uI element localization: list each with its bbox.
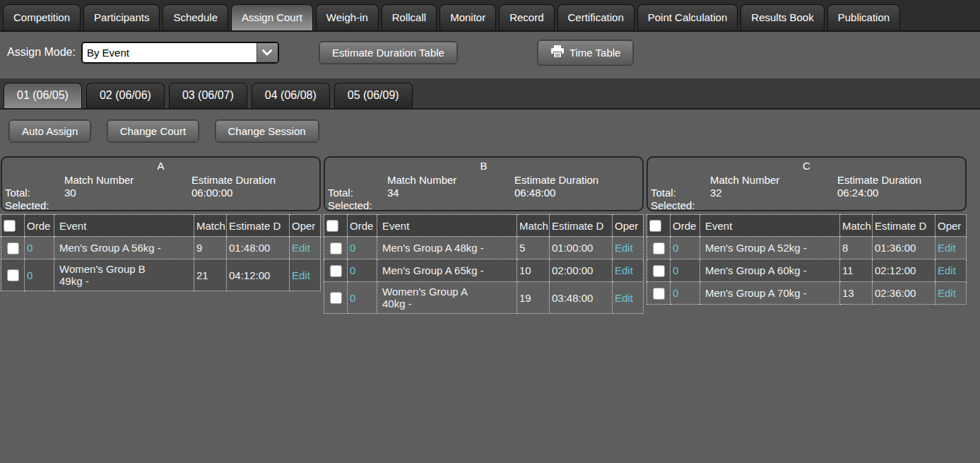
nav-tab-publication[interactable]: Publication — [827, 4, 900, 30]
match-number-label: Match Number — [710, 174, 779, 186]
row-checkbox[interactable] — [7, 269, 19, 281]
row-checkbox[interactable] — [653, 265, 665, 277]
estimate-duration: 02:12:00 — [873, 259, 935, 282]
date-tab-4[interactable]: 04 (06/08) — [252, 83, 330, 108]
nav-tab-point-calculation[interactable]: Point Calculation — [637, 4, 738, 30]
match-count: 8 — [840, 237, 873, 259]
edit-link[interactable]: Edit — [938, 287, 956, 299]
edit-link[interactable]: Edit — [292, 269, 310, 281]
nav-tab-results-book[interactable]: Results Book — [740, 4, 824, 30]
event-name: Men's Group A 70kg - — [700, 282, 840, 305]
event-name: Men's Group A 60kg - — [700, 259, 840, 282]
row-checkbox[interactable] — [653, 288, 665, 300]
court-name: C — [648, 160, 965, 172]
order-value: 0 — [671, 282, 700, 305]
row-checkbox[interactable] — [330, 265, 342, 277]
order-value: 0 — [671, 259, 700, 282]
estimate-duration: 04:12:00 — [227, 259, 290, 291]
column-header-order: Orde — [25, 215, 54, 237]
table-row: 0 Women's Group B 49kg - 21 04:12:00 Edi… — [1, 259, 321, 291]
event-name: Men's Group A 56kg - — [54, 237, 194, 259]
nav-tab-weigh-in[interactable]: Weigh-in — [316, 4, 379, 30]
court-b-table: Orde Event Match Estimate D Oper 0 Men's… — [324, 214, 644, 314]
court-name: A — [2, 160, 319, 172]
estimate-duration-label: Estimate Duration — [514, 174, 598, 186]
nav-tab-certification[interactable]: Certification — [557, 4, 634, 30]
estimate-duration-label: Estimate Duration — [837, 174, 921, 186]
change-court-button[interactable]: Change Court — [107, 119, 199, 143]
edit-link[interactable]: Edit — [292, 242, 310, 254]
order-value: 0 — [348, 259, 377, 282]
table-row: 0 Men's Group A 48kg - 5 01:00:00 Edit — [324, 237, 644, 259]
court-a-summary: A Total: Selected: Match Number 30 Estim… — [1, 156, 321, 211]
court-b-summary: B Total: Selected: Match Number 34 Estim… — [324, 156, 644, 211]
date-tab-3[interactable]: 03 (06/07) — [169, 83, 247, 108]
nav-tab-record[interactable]: Record — [499, 4, 554, 30]
column-header-event: Event — [54, 215, 194, 237]
estimate-duration: 02:00:00 — [550, 259, 613, 282]
order-value: 0 — [348, 237, 377, 259]
estimate-duration: 01:36:00 — [873, 237, 935, 259]
table-row: 0 Men's Group A 70kg - 13 02:36:00 Edit — [647, 282, 967, 305]
column-header-match: Match — [517, 215, 550, 237]
event-name: Women's Group B 49kg - — [54, 259, 194, 291]
nav-tab-competition[interactable]: Competition — [3, 4, 81, 30]
select-all-checkbox[interactable] — [326, 220, 338, 232]
row-checkbox[interactable] — [653, 242, 665, 254]
order-value: 0 — [671, 237, 700, 259]
date-tab-1[interactable]: 01 (06/05) — [4, 83, 82, 108]
nav-tab-assign-court[interactable]: Assign Court — [231, 4, 313, 30]
column-header-oper: Oper — [290, 215, 321, 237]
edit-link[interactable]: Edit — [938, 242, 956, 254]
nav-tab-schedule[interactable]: Schedule — [163, 4, 228, 30]
column-header-oper: Oper — [613, 215, 644, 237]
match-count: 11 — [840, 259, 873, 282]
edit-link[interactable]: Edit — [615, 242, 633, 254]
date-tab-5[interactable]: 05 (06/09) — [334, 83, 413, 108]
row-checkbox[interactable] — [7, 242, 19, 254]
table-row: 0 Men's Group A 60kg - 11 02:12:00 Edit — [647, 259, 967, 282]
nav-tab-monitor[interactable]: Monitor — [439, 4, 496, 30]
column-header-match: Match — [840, 215, 873, 237]
column-header-estimate: Estimate D — [550, 215, 613, 237]
printer-icon — [550, 45, 565, 60]
estimate-duration: 01:48:00 — [227, 237, 290, 259]
court-panel-a: A Total: Selected: Match Number 30 Estim… — [0, 156, 323, 314]
total-label: Total: — [328, 187, 353, 199]
court-actions: Auto Assign Change Court Change Session — [0, 110, 980, 143]
edit-link[interactable]: Edit — [615, 292, 633, 304]
court-a-table: Orde Event Match Estimate D Oper 0 Men's… — [1, 214, 321, 291]
row-checkbox[interactable] — [330, 242, 342, 254]
column-header-order: Orde — [348, 215, 377, 237]
court-panel-b: B Total: Selected: Match Number 34 Estim… — [323, 156, 646, 314]
nav-tab-participants[interactable]: Participants — [83, 4, 160, 30]
match-number-label: Match Number — [64, 174, 134, 186]
estimate-duration-total: 06:24:00 — [837, 187, 878, 199]
assign-mode-select[interactable]: By Event — [81, 42, 279, 64]
edit-link[interactable]: Edit — [938, 264, 956, 276]
estimate-duration-total: 06:00:00 — [191, 187, 232, 199]
auto-assign-button[interactable]: Auto Assign — [8, 119, 91, 143]
assign-mode-label: Assign Mode: — [7, 46, 76, 59]
courts-container: A Total: Selected: Match Number 30 Estim… — [0, 156, 980, 314]
event-name: Men's Group A 48kg - — [377, 237, 517, 259]
change-session-button[interactable]: Change Session — [215, 119, 319, 143]
toolbar: Assign Mode: By Event Estimate Duration … — [0, 32, 980, 73]
time-table-button[interactable]: Time Table — [537, 40, 634, 66]
select-all-checkbox[interactable] — [4, 220, 16, 232]
total-label: Total: — [5, 187, 30, 199]
row-checkbox[interactable] — [330, 292, 342, 304]
nav-tab-rollcall[interactable]: Rollcall — [382, 4, 437, 30]
table-row: 0 Men's Group A 56kg - 9 01:48:00 Edit — [1, 237, 321, 259]
chevron-down-icon[interactable] — [256, 43, 278, 62]
estimate-duration-table-button[interactable]: Estimate Duration Table — [319, 41, 458, 64]
date-tab-2[interactable]: 02 (06/06) — [86, 83, 165, 108]
select-all-checkbox[interactable] — [649, 220, 661, 232]
match-count: 21 — [194, 259, 227, 291]
table-row: 0 Men's Group A 52kg - 8 01:36:00 Edit — [647, 237, 967, 259]
edit-link[interactable]: Edit — [615, 264, 633, 276]
event-name: Men's Group A 52kg - — [700, 237, 840, 259]
court-c-summary: C Total: Selected: Match Number 32 Estim… — [647, 156, 967, 211]
table-row: 0 Women's Group A 40kg - 19 03:48:00 Edi… — [324, 282, 644, 314]
match-number-label: Match Number — [387, 174, 456, 186]
